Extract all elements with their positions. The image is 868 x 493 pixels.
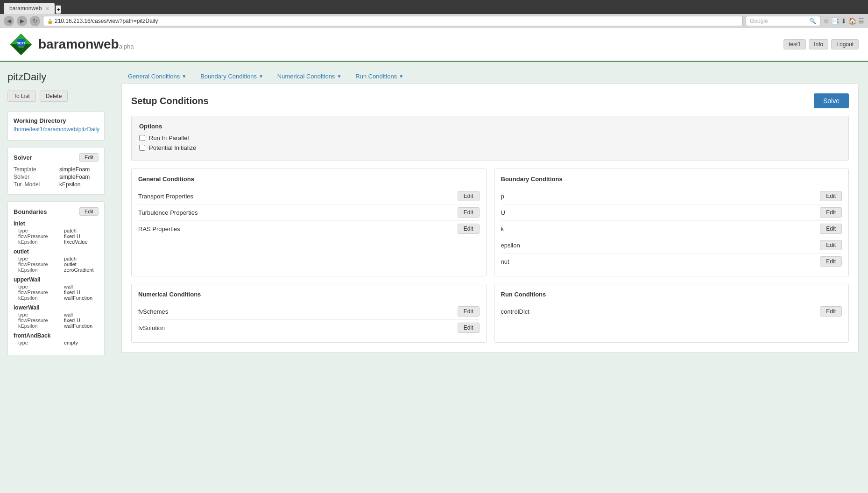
tab-run-conditions[interactable]: Run Conditions ▼ [349,69,410,84]
browser-toolbar: ◀ ▶ ↻ 🔒 210.16.213.16/cases/view?path=pi… [0,14,868,28]
run-in-parallel-checkbox[interactable] [139,135,145,141]
options-section: Options Run In Parallel Potential Initia… [131,116,849,161]
solver-edit-button[interactable]: Edit [79,153,99,162]
potential-initialize-checkbox[interactable] [139,145,145,151]
app-suffix: alpha [119,43,134,50]
logout-button[interactable]: Logout [831,39,859,49]
new-tab-button[interactable]: + [56,5,61,14]
prop-template: Template simpleFoam [14,166,99,173]
transport-properties-row: Transport Properties Edit [138,188,480,204]
fvsolution-row: fvSolution Edit [138,320,480,336]
fvsolution-name: fvSolution [138,324,165,331]
solver-card-header: Solver Edit [14,153,99,162]
boundaries-title: Boundaries [14,208,47,215]
boundary-conditions-title: Boundary Conditions [501,176,842,183]
content-area: General Conditions ▼ Boundary Conditions… [112,62,868,493]
sidebar-actions: To List Delete [7,91,105,102]
prop-tur-model-value: kEpsilon [59,181,80,188]
bc-p-edit-button[interactable]: Edit [820,191,842,201]
numerical-conditions-title: Numerical Conditions [138,291,480,298]
refresh-button[interactable]: ↻ [30,16,40,26]
tab-general-caret: ▼ [182,74,186,79]
solve-button[interactable]: Solve [814,93,849,108]
header-nav: test1 Info Logout [783,39,859,49]
nav-tabs: General Conditions ▼ Boundary Conditions… [121,69,859,84]
tab-numerical-conditions[interactable]: Numerical Conditions ▼ [271,69,348,84]
tab-run-caret: ▼ [399,74,403,79]
working-directory-card: Working Directory /home/test1/baramonweb… [7,111,105,141]
transport-properties-edit-button[interactable]: Edit [458,191,480,201]
bc-nut-row: nut Edit [501,254,842,269]
search-bar[interactable]: Google 🔍 [746,16,820,26]
bc-u-edit-button[interactable]: Edit [820,207,842,218]
home-icon[interactable]: 🏠 [848,17,856,25]
turbulence-properties-row: Turbulence Properties Edit [138,204,480,221]
tab-run-label: Run Conditions [355,73,397,80]
ras-properties-edit-button[interactable]: Edit [458,224,480,234]
tab-boundary-label: Boundary Conditions [200,73,257,80]
bc-k-name: k [501,225,504,232]
bookmark-icon[interactable]: 📑 [831,17,839,25]
bc-epsilon-edit-button[interactable]: Edit [820,240,842,250]
run-conditions-title: Run Conditions [501,291,842,298]
toolbar-icons: ☆ 📑 ⬇ 🏠 ☰ [823,17,864,25]
user-button[interactable]: test1 [783,39,806,49]
app-name-area: baramonwebalpha [38,37,134,52]
boundary-lowerwall: lowerWall typewall flowPressurefixed-U k… [14,304,99,329]
search-placeholder: Google [750,18,768,24]
controldict-edit-button[interactable]: Edit [820,306,842,317]
ras-properties-name: RAS Properties [138,225,180,232]
logo-area: NEXT foam baramonwebalpha [9,33,134,56]
fvschemes-edit-button[interactable]: Edit [458,306,480,317]
boundaries-list: inlet typepatch flowPressurefixed-U kEps… [14,220,99,345]
solver-title: Solver [14,154,32,161]
to-list-button[interactable]: To List [7,91,36,102]
main-layout: pitzDaily To List Delete Working Directo… [0,62,868,493]
bc-p-name: p [501,193,504,200]
working-directory-path: /home/test1/baramonweb/pitzDaily [14,124,99,134]
menu-icon[interactable]: ☰ [858,17,864,25]
boundary-outlet: outlet typepatch flowPressureoutlet kEps… [14,248,99,273]
browser-tab[interactable]: baramonweb ✕ [4,3,55,14]
prop-template-label: Template [14,166,56,173]
setup-header: Setup Conditions Solve [131,93,849,108]
general-conditions-card: General Conditions Transport Properties … [131,169,487,276]
turbulence-properties-edit-button[interactable]: Edit [458,207,480,218]
fvschemes-row: fvSchemes Edit [138,303,480,320]
browser-chrome: baramonweb ✕ + [0,0,868,14]
tab-close-icon[interactable]: ✕ [45,6,49,11]
forward-button[interactable]: ▶ [17,16,27,26]
solver-props: Template simpleFoam Solver simpleFoam Tu… [14,166,99,188]
back-button[interactable]: ◀ [4,16,14,26]
bc-nut-name: nut [501,258,509,265]
options-title: Options [139,123,841,130]
potential-initialize-row: Potential Initialize [139,144,841,151]
bc-k-row: k Edit [501,221,842,237]
tab-boundary-caret: ▼ [259,74,263,79]
tab-boundary-conditions[interactable]: Boundary Conditions ▼ [194,69,270,84]
boundaries-card: Boundaries Edit inlet typepatch flowPres… [7,201,105,355]
bc-epsilon-row: epsilon Edit [501,237,842,254]
logo-svg: NEXT foam [9,33,33,56]
prop-solver-label: Solver [14,174,56,180]
bc-p-row: p Edit [501,188,842,204]
setup-title: Setup Conditions [131,96,209,106]
search-icon: 🔍 [809,18,816,24]
info-button[interactable]: Info [809,39,828,49]
delete-button[interactable]: Delete [40,91,68,102]
bc-nut-edit-button[interactable]: Edit [820,256,842,267]
bc-k-edit-button[interactable]: Edit [820,224,842,234]
star-icon[interactable]: ☆ [823,17,829,25]
address-bar[interactable]: 🔒 210.16.213.16/cases/view?path=pitzDail… [43,16,743,26]
prop-tur-model: Tur. Model kEpsilon [14,181,99,188]
boundaries-edit-button[interactable]: Edit [79,207,99,216]
tab-general-conditions[interactable]: General Conditions ▼ [121,69,193,84]
fvsolution-edit-button[interactable]: Edit [458,323,480,333]
working-directory-title: Working Directory [14,117,99,124]
app-name: baramonweb [38,37,119,51]
app-header: NEXT foam baramonwebalpha test1 Info Log… [0,28,868,62]
transport-properties-name: Transport Properties [138,193,193,200]
download-icon[interactable]: ⬇ [841,17,847,25]
potential-initialize-label: Potential Initialize [149,144,196,151]
run-conditions-card: Run Conditions controlDict Edit [494,284,849,343]
